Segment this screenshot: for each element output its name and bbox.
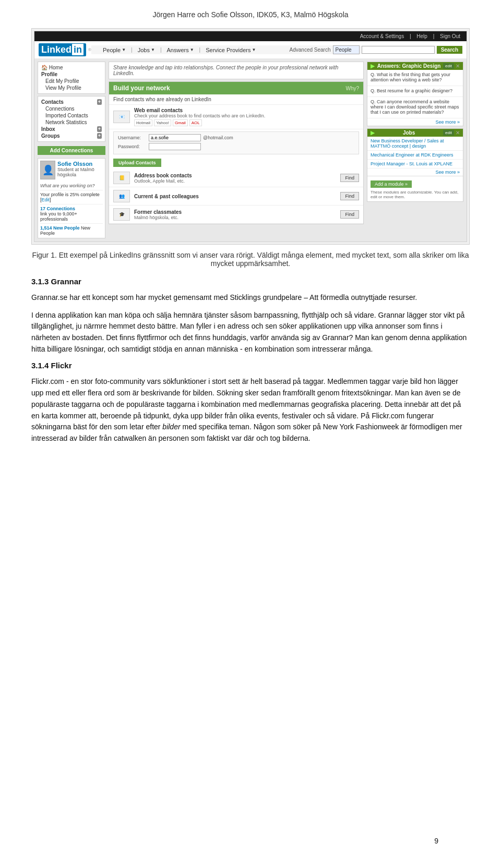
main-content: 🏠 Home Profile Edit My Profile View My P… [34,58,467,242]
sidebar-inbox[interactable]: Inbox + [40,126,103,132]
jobs-box: ▶ Jobs edit ✕ New Business Developer / S… [367,128,463,202]
answers-edit-btn[interactable]: edit [443,63,454,69]
jobs-triangle: ▶ [371,130,375,136]
grannar-para-2: I denna applikation kan man köpa och säl… [31,310,470,355]
main-navbar: People ▼ | Jobs ▼ | Answers ▼ | [91,45,462,54]
colleagues-find-button[interactable]: Find [340,192,359,200]
username-row: Username: @hotmail.com [118,134,354,141]
account-settings-link[interactable]: Account & Settings [360,33,404,39]
add-module-button[interactable]: Add a module » [371,180,412,188]
job-title-2[interactable]: Mechanical Engineer at RDK Engineers [371,152,454,158]
new-people-stat: 1,514 New People New People [40,223,103,236]
search-button[interactable]: Search [437,46,462,54]
colleagues-text: Current & past colleagues [134,194,336,199]
topnav-sep2: | [433,33,436,39]
tagline-box: Share knowledge and tap into relationshi… [109,62,364,79]
answers-triangle: ▶ [371,63,375,69]
username-label: Username: [118,135,147,140]
colleagues-item: 👥 Current & past colleagues Find [109,187,363,206]
search-area: Advanced Search People Search [290,45,462,54]
sidebar-profile[interactable]: Profile [40,71,103,78]
answers-q1: Q. What is the first thing that gets you… [367,70,463,86]
advanced-search-label[interactable]: Advanced Search [290,47,331,53]
username-input[interactable] [149,134,201,141]
password-label: Password: [118,144,147,149]
nav-jobs[interactable]: Jobs ▼ [135,46,158,54]
profile-edit-link[interactable]: Edit [42,197,50,202]
answers-close-btn[interactable]: ✕ [456,63,460,69]
sign-out-link[interactable]: Sign Out [440,33,460,39]
user-profile-card: 👤 Sofie Olsson Student at Malmö högskola… [38,158,105,238]
search-input[interactable] [362,46,435,54]
password-input[interactable] [149,143,201,150]
sidebar-contacts[interactable]: Contacts + [40,99,103,105]
colleagues-icon: 👥 [113,190,130,202]
sidebar-connections[interactable]: Connections [40,105,103,112]
answers-q2-text: Q. Best resume for a graphic designer? [371,88,460,93]
job-title-1[interactable]: New Business Developer / Sales at MATTMÖ… [371,138,444,149]
gmail-logo: Gmail [173,119,188,126]
jobs-edit-btn[interactable]: edit [443,130,454,136]
sidebar-view-profile[interactable]: View My Profile [40,85,103,91]
jobs-header: ▶ Jobs edit ✕ [367,129,463,137]
web-email-title: Web email contacts [134,107,359,113]
sidebar-edit-profile[interactable]: Edit My Profile [40,78,103,85]
classmates-text: Former classmates Malmö högskola, etc. [134,209,336,220]
answers-q2: Q. Best resume for a graphic designer? [367,86,463,97]
web-email-desc: Check your address book to find contacts… [134,113,359,118]
logo-in: in [72,44,84,55]
page-number: 9 [434,837,438,845]
profile-section: 🏠 Home Profile Edit My Profile View My P… [38,62,105,94]
classmates-item: 🎓 Former classmates Malmö högskola, etc.… [109,206,363,224]
answers-q3-text: Q. Can anyone recommend a website where … [371,99,460,115]
sidebar-groups[interactable]: Groups + [40,132,103,139]
address-book-text: Address book contacts Outlook, Apple Mai… [134,173,336,184]
nav-people[interactable]: People ▼ [100,46,129,54]
classmates-find-button[interactable]: Find [340,210,359,219]
profile-subtitle: Student at Malmö högskola [57,167,103,177]
nav-service-providers[interactable]: Service Providers ▼ [202,46,259,54]
sidebar-home[interactable]: 🏠 Home [40,64,103,71]
classmates-title: Former classmates [134,209,336,215]
left-sidebar: 🏠 Home Profile Edit My Profile View My P… [38,62,105,238]
address-book-item: 📒 Address book contacts Outlook, Apple M… [109,169,363,187]
profile-completion: Your profile is 25% complete [Edit] [40,190,103,202]
web-email-icon: 📧 [113,111,130,123]
section-heading-flickr: 3.1.4 Flickr [31,361,470,370]
nav-sep1: | [131,47,133,53]
why-link[interactable]: Why? [345,86,359,91]
job-item-1: New Business Developer / Sales at MATTMÖ… [367,137,463,151]
figure-caption: Figur 1. Ett exempel på LinkedIns gränss… [31,251,470,268]
nav-sep2: | [160,47,162,53]
center-content: Share knowledge and tap into relationshi… [109,62,364,238]
flickr-para-1: Flickr.com - en stor foto-community vars… [31,376,470,444]
sidebar-imported-contacts[interactable]: Imported Contacts [40,112,103,119]
grannar-para-1: Grannar.se har ett koncept som har mycke… [31,292,470,304]
jobs-see-more[interactable]: See more » [367,168,463,176]
jobs-close-btn[interactable]: ✕ [456,130,460,136]
nav-answers[interactable]: Answers ▼ [164,46,197,54]
address-book-find-button[interactable]: Find [340,174,359,182]
search-category-select[interactable]: People [333,45,360,54]
add-connections-button[interactable]: Add Connections [38,146,105,155]
add-module-section: Add a module » These modules are customi… [367,176,463,201]
jobs-header-text: Jobs [403,130,415,136]
answers-see-more[interactable]: See more » [367,118,463,126]
answers-q3: Q. Can anyone recommend a website where … [367,97,463,118]
linkedin-logo: Linkedin ® [39,43,91,56]
email-logos: Hotmail Yahoo! Gmail AOL [134,119,359,126]
network-header: Build your network Why? [109,82,363,94]
connections-stat: 17 Connections link you to 9,000+ profes… [40,204,103,222]
aol-logo: AOL [189,119,202,126]
nav-sep3: | [199,47,201,53]
answers-header-actions: edit ✕ [443,63,460,69]
email-domain: @hotmail.com [203,135,233,140]
profile-name[interactable]: Sofie Olsson [57,161,103,167]
topnav-sep1: | [410,33,412,39]
help-link[interactable]: Help [416,33,427,39]
job-title-3[interactable]: Project Manager - St. Louis at XPLANE [371,161,452,166]
upload-contacts-button[interactable]: Upload Contacts [113,159,161,167]
sidebar-network-statistics[interactable]: Network Statistics [40,119,103,126]
address-book-title: Address book contacts [134,173,336,178]
contacts-section: Contacts + Connections Imported Contacts… [38,96,105,142]
